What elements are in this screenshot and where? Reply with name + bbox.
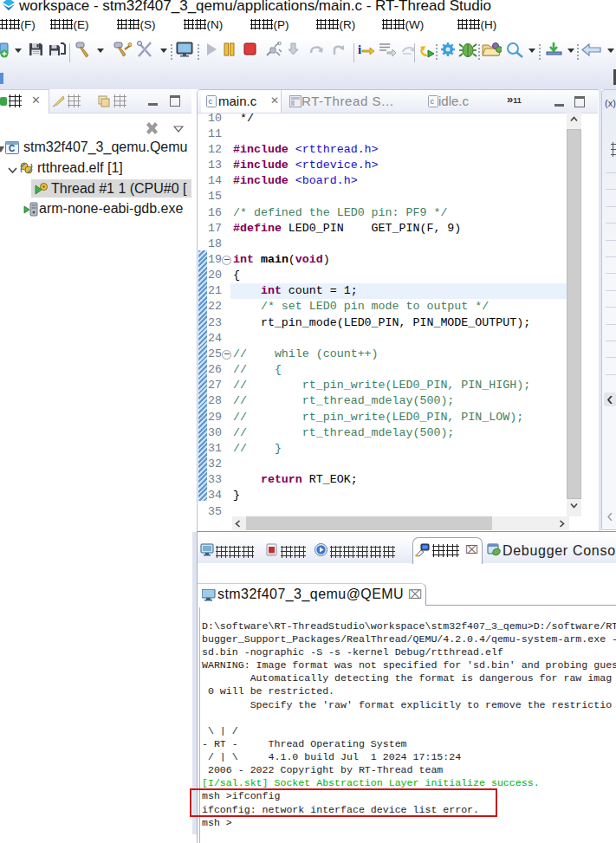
svg-text:c: c [209,97,213,106]
svg-text:i: i [358,42,361,56]
svg-text:C: C [9,144,15,153]
svg-text:c: c [431,97,435,106]
